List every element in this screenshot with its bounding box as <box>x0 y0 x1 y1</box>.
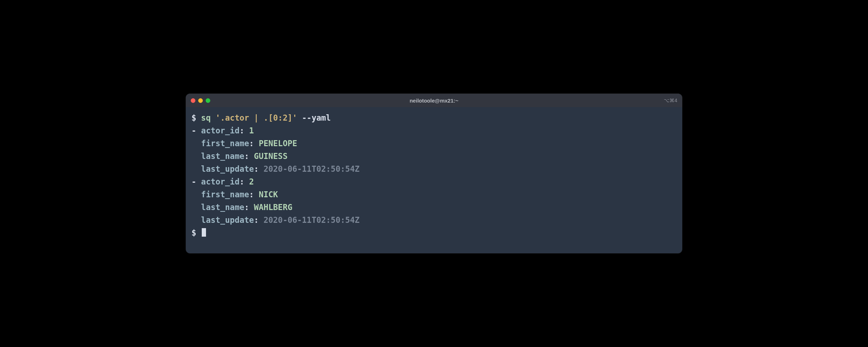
output-line: first_name: PENELOPE <box>191 137 677 150</box>
prompt-symbol: $ <box>191 113 196 122</box>
yaml-key: actor_id <box>201 126 239 135</box>
prompt-line[interactable]: $ <box>191 226 677 239</box>
minimize-icon[interactable] <box>198 98 203 103</box>
yaml-key: last_name <box>201 203 244 212</box>
yaml-key: actor_id <box>201 177 239 186</box>
command-line: $ sq '.actor | .[0:2]' --yaml <box>191 111 677 124</box>
terminal-window: neilotoole@mx21:~ ⌥⌘4 $ sq '.actor | .[0… <box>186 94 682 253</box>
yaml-value: GUINESS <box>254 152 288 161</box>
yaml-key: last_name <box>201 152 244 161</box>
terminal-body[interactable]: $ sq '.actor | .[0:2]' --yaml - actor_id… <box>186 107 682 253</box>
command-arg: '.actor | .[0:2]' <box>216 113 297 122</box>
window-shortcut-hint: ⌥⌘4 <box>664 98 677 103</box>
output-line: last_name: GUINESS <box>191 150 677 163</box>
output-line: last_update: 2020-06-11T02:50:54Z <box>191 163 677 175</box>
yaml-key: first_name <box>201 139 249 148</box>
yaml-value: 1 <box>249 126 254 135</box>
yaml-key: last_update <box>201 164 254 174</box>
prompt-symbol: $ <box>191 228 196 237</box>
yaml-value: PENELOPE <box>259 139 297 148</box>
yaml-value: 2020-06-11T02:50:54Z <box>263 215 360 225</box>
yaml-value: WAHLBERG <box>254 203 292 212</box>
fullscreen-icon[interactable] <box>206 98 210 103</box>
yaml-value: 2 <box>249 177 254 186</box>
yaml-key: first_name <box>201 190 249 199</box>
output-line: - actor_id: 2 <box>191 175 677 188</box>
output-line: last_update: 2020-06-11T02:50:54Z <box>191 214 677 226</box>
title-bar: neilotoole@mx21:~ ⌥⌘4 <box>186 94 682 107</box>
output-line: - actor_id: 1 <box>191 124 677 137</box>
yaml-value: NICK <box>259 190 278 199</box>
output-line: last_name: WAHLBERG <box>191 201 677 214</box>
command-bin: sq <box>201 113 211 122</box>
command-flag: --yaml <box>302 113 331 122</box>
traffic-lights <box>191 98 210 103</box>
window-title: neilotoole@mx21:~ <box>410 98 458 104</box>
cursor-icon <box>202 228 206 237</box>
close-icon[interactable] <box>191 98 195 103</box>
output-line: first_name: NICK <box>191 188 677 201</box>
yaml-key: last_update <box>201 215 254 225</box>
yaml-value: 2020-06-11T02:50:54Z <box>263 164 360 174</box>
